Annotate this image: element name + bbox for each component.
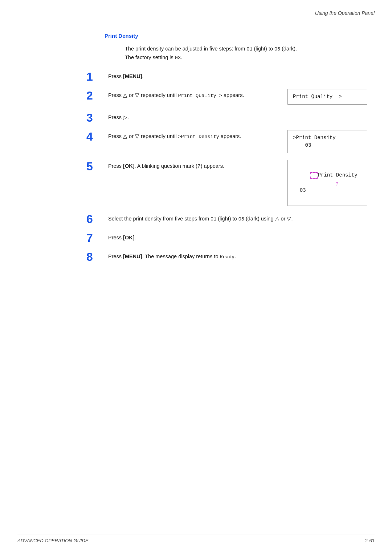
intro-paragraph: The print density can be adjusted in fiv… xyxy=(125,45,367,62)
main-content: Print Density The print density can be a… xyxy=(17,26,375,526)
step-5-left: 5 Press [OK]. A blinking question mark (… xyxy=(86,160,277,172)
page-footer: ADVANCED OPERATION GUIDE 2-61 xyxy=(17,535,375,543)
step-8: 8 Press [MENU]. The message display retu… xyxy=(86,250,367,263)
step-5-content: Press [OK]. A blinking question mark (?)… xyxy=(108,160,277,170)
step-8-number: 8 xyxy=(86,250,108,263)
step-8-status: Ready xyxy=(220,254,235,260)
step-2: 2 Press △ or ▽ repeatedly until Print Qu… xyxy=(86,89,367,105)
step-3-number: 3 xyxy=(86,111,108,123)
step-7: 7 Press [OK]. xyxy=(86,231,367,244)
step-7-number: 7 xyxy=(86,231,108,244)
step-1-content: Press [MENU]. xyxy=(108,70,367,80)
footer-guide-title: ADVANCED OPERATION GUIDE xyxy=(17,538,89,543)
step-6: 6 Select the print density from five ste… xyxy=(86,212,367,225)
value-min: 01 xyxy=(246,46,252,52)
step-4-display: >Print Density 03 xyxy=(287,130,367,153)
step-1-number: 1 xyxy=(86,70,108,82)
step-1-key: [MENU] xyxy=(123,73,142,79)
step-1: 1 Press [MENU]. xyxy=(86,70,367,82)
header-title: Using the Operation Panel xyxy=(315,10,375,16)
step-8-content: Press [MENU]. The message display return… xyxy=(108,250,367,261)
step-6-content: Select the print density from five steps… xyxy=(108,212,367,223)
step-2-menu-item: Print Quality > xyxy=(178,93,222,98)
step-6-val-max: 05 xyxy=(238,216,244,222)
step-2-content: Press △ or ▽ repeatedly until Print Qual… xyxy=(108,89,277,100)
header-rule xyxy=(17,19,375,19)
step-6-val-min: 01 xyxy=(211,216,216,222)
step-4-left: 4 Press △ or ▽ repeatedly until >Print D… xyxy=(86,130,277,142)
step-5-qmark: ? xyxy=(197,163,201,169)
step-5-key: [OK] xyxy=(123,163,134,169)
step-2-left: 2 Press △ or ▽ repeatedly until Print Qu… xyxy=(86,89,277,101)
value-max: 05 xyxy=(274,46,280,52)
step-4-content: Press △ or ▽ repeatedly until >Print Den… xyxy=(108,130,277,141)
page-header: Using the Operation Panel xyxy=(315,10,375,16)
step-5: 5 Press [OK]. A blinking question mark (… xyxy=(86,160,367,206)
step-8-key: [MENU] xyxy=(123,254,142,259)
step-6-number: 6 xyxy=(86,212,108,225)
section-heading: Print Density xyxy=(105,33,375,39)
step-7-key: [OK] xyxy=(123,235,134,240)
step-7-content: Press [OK]. xyxy=(108,231,367,242)
step-2-display: Print Quality > xyxy=(287,89,367,105)
step-3: 3 Press ▷. xyxy=(86,111,367,123)
step-2-number: 2 xyxy=(86,89,108,101)
step-5-number: 5 xyxy=(86,160,108,172)
step-3-content: Press ▷. xyxy=(108,111,367,121)
step-4-number: 4 xyxy=(86,130,108,142)
footer-page-number: 2-61 xyxy=(365,538,375,543)
step-4: 4 Press △ or ▽ repeatedly until >Print D… xyxy=(86,130,367,153)
step-4-menu-item: >Print Density xyxy=(178,134,219,139)
value-default: 03 xyxy=(175,55,181,61)
step-5-display: ? Print Density 03 xyxy=(287,160,367,206)
